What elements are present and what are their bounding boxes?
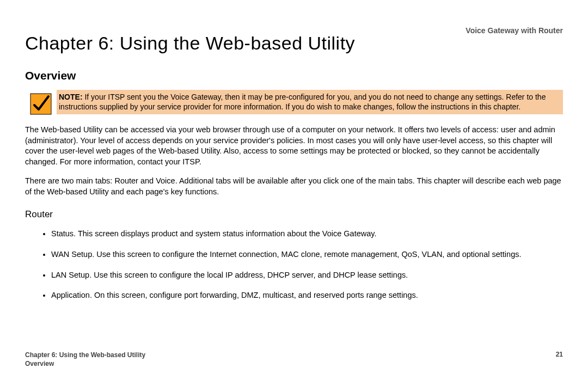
list-item: WAN Setup. Use this screen to configure … [51, 249, 563, 260]
section-heading-overview: Overview [25, 69, 563, 82]
router-feature-list: Status. This screen displays product and… [25, 229, 563, 301]
note-body: If your ITSP sent you the Voice Gateway,… [59, 93, 546, 111]
page-footer: Chapter 6: Using the Web-based Utility O… [25, 351, 563, 368]
note-icon-wrap [25, 90, 57, 115]
overview-paragraph-2: There are two main tabs: Router and Voic… [25, 176, 563, 197]
product-name: Voice Gateway with Router [465, 26, 563, 35]
list-item: Application. On this screen, configure p… [51, 290, 563, 301]
footer-chapter: Chapter 6: Using the Web-based Utility [25, 351, 145, 359]
list-item: LAN Setup. Use this screen to configure … [51, 270, 563, 281]
note-text: NOTE: If your ITSP sent you the Voice Ga… [57, 90, 563, 114]
chapter-title: Chapter 6: Using the Web-based Utility [25, 33, 563, 54]
checkmark-icon [30, 93, 52, 115]
footer-section: Overview [25, 359, 145, 368]
footer-left: Chapter 6: Using the Web-based Utility O… [25, 351, 145, 368]
note-callout: NOTE: If your ITSP sent you the Voice Ga… [25, 90, 563, 115]
document-page: Voice Gateway with Router Chapter 6: Usi… [0, 0, 588, 380]
list-item: Status. This screen displays product and… [51, 229, 563, 240]
sub-heading-router: Router [25, 209, 563, 220]
note-label: NOTE: [59, 93, 83, 101]
overview-paragraph-1: The Web-based Utility can be accessed vi… [25, 125, 563, 167]
footer-page-number: 21 [556, 351, 563, 358]
